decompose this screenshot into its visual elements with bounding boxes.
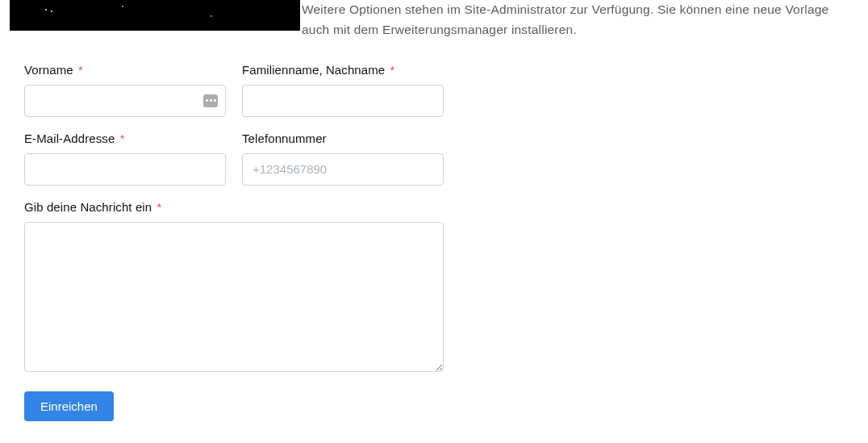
label-text: Vorname xyxy=(24,63,73,77)
label-text: Gib deine Nachricht ein xyxy=(24,200,152,214)
required-mark: * xyxy=(120,132,125,145)
label-text: Telefonnummer xyxy=(242,132,327,145)
phone-label: Telefonnummer xyxy=(242,132,444,145)
last-name-label: Familienname, Nachname * xyxy=(242,63,444,77)
autofill-icon[interactable] xyxy=(203,94,218,107)
contact-form: Vorname * Familienname, Nachname * E-Mai… xyxy=(0,40,468,421)
label-text: E-Mail-Addresse xyxy=(24,132,115,145)
label-text: Familienname, Nachname xyxy=(242,63,385,77)
message-group: Gib deine Nachricht ein * xyxy=(24,200,444,372)
message-label: Gib deine Nachricht ein * xyxy=(24,200,444,214)
phone-group: Telefonnummer xyxy=(242,132,444,186)
email-group: E-Mail-Addresse * xyxy=(24,132,226,186)
required-mark: * xyxy=(78,63,83,77)
message-textarea[interactable] xyxy=(24,222,444,372)
phone-input[interactable] xyxy=(242,153,444,186)
first-name-label: Vorname * xyxy=(24,63,226,77)
first-name-input[interactable] xyxy=(24,85,226,117)
email-label: E-Mail-Addresse * xyxy=(24,132,226,145)
hero-image xyxy=(10,0,300,31)
last-name-group: Familienname, Nachname * xyxy=(242,63,444,117)
last-name-input[interactable] xyxy=(242,85,444,117)
required-mark: * xyxy=(390,63,395,77)
intro-text: Weitere Optionen stehen im Site-Administ… xyxy=(300,0,868,40)
first-name-group: Vorname * xyxy=(24,63,226,117)
required-mark: * xyxy=(157,200,162,214)
email-input[interactable] xyxy=(24,153,226,186)
submit-button[interactable]: Einreichen xyxy=(24,391,114,421)
